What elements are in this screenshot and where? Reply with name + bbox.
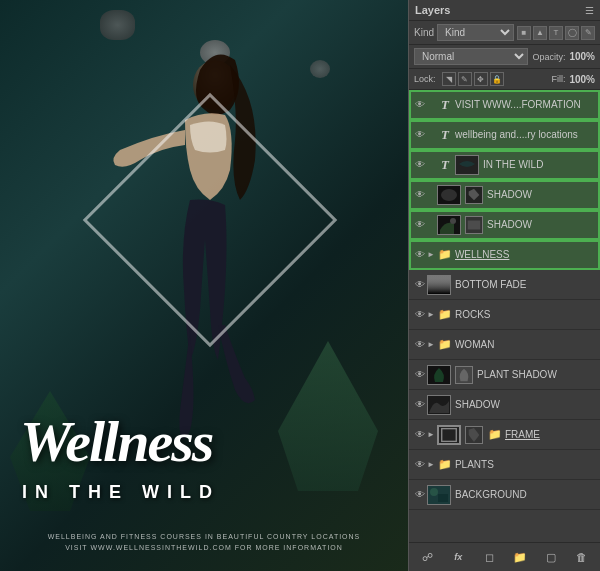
type-filter-icon[interactable]: T [549, 26, 563, 40]
layer-item[interactable]: 👁 SHADOW [409, 210, 600, 240]
layer-name: BACKGROUND [455, 489, 596, 500]
add-mask-button[interactable]: ◻ [479, 547, 499, 567]
group-arrow-icon: ► [427, 430, 435, 439]
text-layer-icon: T [437, 157, 453, 173]
panel-header: Layers ☰ [409, 0, 600, 21]
panel-title: Layers [415, 4, 450, 16]
new-group-button[interactable]: 📁 [510, 547, 530, 567]
lock-icons: ◥ ✎ ✥ 🔒 [442, 72, 548, 86]
adjustment-filter-icon[interactable]: ▲ [533, 26, 547, 40]
layer-thumbnail [437, 425, 461, 445]
panel-menu-icon[interactable]: ☰ [585, 5, 594, 16]
text-layer-icon: T [437, 127, 453, 143]
layers-bottom-toolbar: ☍ fx ◻ 📁 ▢ 🗑 [409, 542, 600, 571]
link-layers-button[interactable]: ☍ [417, 547, 437, 567]
layer-name: PLANTS [455, 459, 596, 470]
layer-name: SHADOW [487, 189, 596, 200]
filter-label: Kind [414, 27, 434, 38]
text-layer-icon: T [437, 97, 453, 113]
layer-thumbnail [437, 185, 461, 205]
layer-item[interactable]: 👁 BACKGROUND [409, 480, 600, 510]
visibility-toggle[interactable]: 👁 [413, 308, 427, 322]
shape-filter-icon[interactable]: ◯ [565, 26, 579, 40]
blend-opacity-row: Normal Multiply Screen Overlay Opacity: … [409, 45, 600, 69]
in-the-wild-text: IN THE WILD [22, 482, 220, 503]
lock-transparent-icon[interactable]: ◥ [442, 72, 456, 86]
new-layer-button[interactable]: ▢ [541, 547, 561, 567]
filter-icons: ■ ▲ T ◯ ✎ [517, 26, 595, 40]
layer-name: wellbeing and....ry locations [455, 129, 596, 140]
layer-mask-thumbnail [465, 186, 483, 204]
layer-name: VISIT WWW....FORMATION [455, 99, 596, 110]
svg-rect-8 [428, 276, 450, 294]
group-layer-icon: 📁 [437, 457, 453, 473]
smart-filter-icon[interactable]: ✎ [581, 26, 595, 40]
visibility-toggle[interactable]: 👁 [413, 428, 427, 442]
layer-group-item[interactable]: 👁 ► 📁 ROCKS [409, 300, 600, 330]
layer-item[interactable]: 👁 PLANT SHADOW [409, 360, 600, 390]
visibility-toggle[interactable]: 👁 [413, 188, 427, 202]
layer-name: SHADOW [455, 399, 596, 410]
group-layer-icon: 📁 [487, 427, 503, 443]
layer-name: WELLNESS [455, 249, 596, 260]
filter-row: Kind Kind Name Effect Mode Attribute Col… [409, 21, 600, 45]
layer-name: SHADOW [487, 219, 596, 230]
visibility-toggle[interactable]: 👁 [413, 218, 427, 232]
layer-name: PLANT SHADOW [477, 369, 596, 380]
layers-list: 👁 T VISIT WWW....FORMATION 👁 T wellbeing… [409, 90, 600, 542]
layer-group-item[interactable]: 👁 ► 📁 PLANTS [409, 450, 600, 480]
visibility-toggle[interactable]: 👁 [413, 398, 427, 412]
layer-item[interactable]: 👁 T IN THE WILD [409, 150, 600, 180]
visibility-toggle[interactable]: 👁 [413, 368, 427, 382]
svg-point-3 [441, 189, 457, 201]
opacity-label: Opacity: [532, 52, 565, 62]
layer-name: FRAME [505, 429, 596, 440]
visibility-toggle[interactable]: 👁 [413, 98, 427, 112]
visibility-toggle[interactable]: 👁 [413, 338, 427, 352]
layer-mask-thumbnail [465, 216, 483, 234]
lock-label: Lock: [414, 74, 436, 84]
group-arrow-icon: ► [427, 460, 435, 469]
opacity-value: 100% [569, 51, 595, 62]
layer-item[interactable]: 👁 T wellbeing and....ry locations [409, 120, 600, 150]
group-layer-icon: 📁 [437, 307, 453, 323]
svg-rect-17 [438, 494, 448, 502]
layer-group-item[interactable]: 👁 ► 📁 WOMAN [409, 330, 600, 360]
footer-text: WELLBEING AND FITNESS COURSES IN BEAUTIF… [0, 531, 408, 553]
svg-point-16 [430, 488, 438, 496]
layer-group-item[interactable]: 👁 ► 📁 FRAME [409, 420, 600, 450]
layers-panel: Layers ☰ Kind Kind Name Effect Mode Attr… [408, 0, 600, 571]
rock-decoration [100, 10, 135, 40]
layer-name: IN THE WILD [483, 159, 596, 170]
lock-position-icon[interactable]: ✥ [474, 72, 488, 86]
layer-thumbnail [437, 215, 461, 235]
layer-item[interactable]: 👁 SHADOW [409, 390, 600, 420]
lock-image-icon[interactable]: ✎ [458, 72, 472, 86]
visibility-toggle[interactable]: 👁 [413, 248, 427, 262]
visibility-toggle[interactable]: 👁 [413, 488, 427, 502]
layer-item[interactable]: 👁 BOTTOM FADE [409, 270, 600, 300]
layer-item[interactable]: 👁 SHADOW [409, 180, 600, 210]
filter-select[interactable]: Kind Name Effect Mode Attribute Color [437, 24, 514, 41]
layer-item[interactable]: 👁 T VISIT WWW....FORMATION [409, 90, 600, 120]
layer-mask-thumbnail [455, 366, 473, 384]
delete-layer-button[interactable]: 🗑 [572, 547, 592, 567]
pixel-filter-icon[interactable]: ■ [517, 26, 531, 40]
group-layer-icon: 📁 [437, 247, 453, 263]
lock-all-icon[interactable]: 🔒 [490, 72, 504, 86]
visibility-toggle[interactable]: 👁 [413, 278, 427, 292]
layer-group-item[interactable]: 👁 ► 📁 WELLNESS [409, 240, 600, 270]
lock-fill-row: Lock: ◥ ✎ ✥ 🔒 Fill: 100% [409, 69, 600, 90]
blend-mode-select[interactable]: Normal Multiply Screen Overlay [414, 48, 528, 65]
layer-name: BOTTOM FADE [455, 279, 596, 290]
fill-label: Fill: [551, 74, 565, 84]
svg-point-6 [450, 218, 456, 224]
visibility-toggle[interactable]: 👁 [413, 158, 427, 172]
visibility-toggle[interactable]: 👁 [413, 128, 427, 142]
layer-thumbnail [427, 485, 451, 505]
group-arrow-icon: ► [427, 310, 435, 319]
visibility-toggle[interactable]: 👁 [413, 458, 427, 472]
fx-button[interactable]: fx [448, 547, 468, 567]
layer-thumbnail [427, 395, 451, 415]
wellness-title: Wellness [20, 413, 212, 471]
